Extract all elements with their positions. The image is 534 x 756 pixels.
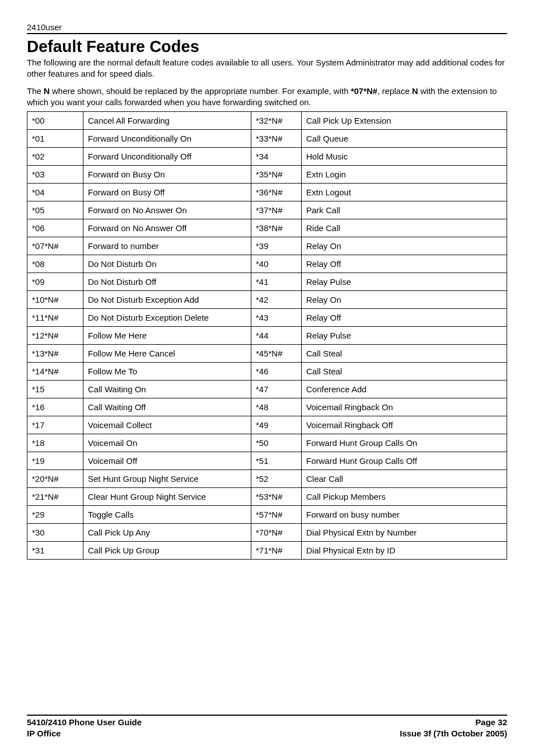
code-left: *31	[27, 542, 83, 560]
desc-right: Voicemail Ringback On	[302, 398, 507, 416]
table-row: *07*N#Forward to number*39Relay On	[27, 237, 507, 255]
desc-left: Do Not Disturb On	[83, 255, 251, 273]
footer-rule	[27, 715, 507, 716]
desc-left: Forward on No Answer On	[83, 201, 251, 219]
desc-right: Relay On	[302, 237, 507, 255]
table-row: *12*N#Follow Me Here*44Relay Pulse	[27, 327, 507, 345]
code-left: *18	[27, 434, 83, 452]
desc-left: Do Not Disturb Off	[83, 273, 251, 291]
table-row: *16Call Waiting Off*48Voicemail Ringback…	[27, 398, 507, 416]
desc-left: Forward on Busy On	[83, 166, 251, 184]
desc-left: Forward on Busy Off	[83, 184, 251, 201]
table-row: *20*N#Set Hunt Group Night Service*52Cle…	[27, 470, 507, 488]
table-row: *05Forward on No Answer On*37*N#Park Cal…	[27, 201, 507, 219]
desc-right: Call Pick Up Extension	[302, 112, 507, 130]
code-left: *17	[27, 416, 83, 434]
desc-right: Relay On	[302, 291, 507, 309]
table-row: *30Call Pick Up Any*70*N#Dial Physical E…	[27, 524, 507, 542]
intro2-bold-n1: N	[44, 86, 50, 96]
footer-left-1: 5410/2410 Phone User Guide	[27, 717, 142, 728]
code-left: *16	[27, 398, 83, 416]
intro2-bold-n2: N	[412, 86, 418, 96]
desc-right: Call Pickup Members	[302, 488, 507, 506]
desc-left: Follow Me To	[83, 363, 251, 381]
code-right: *43	[251, 309, 302, 327]
code-left: *04	[27, 184, 83, 201]
footer-right-2: Issue 3f (7th October 2005)	[400, 728, 507, 739]
desc-right: Forward Hunt Group Calls On	[302, 434, 507, 452]
code-left: *14*N#	[27, 363, 83, 381]
desc-left: Toggle Calls	[83, 506, 251, 524]
desc-right: Relay Off	[302, 309, 507, 327]
table-row: *14*N#Follow Me To*46Call Steal	[27, 363, 507, 381]
code-left: *00	[27, 112, 83, 130]
desc-left: Call Waiting Off	[83, 398, 251, 416]
code-right: *35*N#	[251, 166, 302, 184]
desc-right: Relay Pulse	[302, 273, 507, 291]
table-row: *21*N#Clear Hunt Group Night Service*53*…	[27, 488, 507, 506]
code-right: *34	[251, 148, 302, 166]
header-doc-id: 2410user	[27, 22, 507, 33]
code-right: *47	[251, 381, 302, 398]
code-right: *41	[251, 273, 302, 291]
code-right: *51	[251, 452, 302, 470]
code-left: *15	[27, 381, 83, 398]
table-row: *17Voicemail Collect*49Voicemail Ringbac…	[27, 416, 507, 434]
intro2-text3: , replace	[377, 86, 412, 96]
code-left: *19	[27, 452, 83, 470]
desc-left: Forward Unconditionally Off	[83, 148, 251, 166]
code-left: *07*N#	[27, 237, 83, 255]
footer-right-1: Page 32	[475, 717, 507, 728]
code-right: *57*N#	[251, 506, 302, 524]
table-row: *10*N#Do Not Disturb Exception Add*42Rel…	[27, 291, 507, 309]
desc-left: Call Waiting On	[83, 381, 251, 398]
code-left: *13*N#	[27, 345, 83, 363]
desc-left: Follow Me Here	[83, 327, 251, 345]
table-row: *18Voicemail On*50Forward Hunt Group Cal…	[27, 434, 507, 452]
table-row: *04Forward on Busy Off*36*N#Extn Logout	[27, 184, 507, 201]
desc-right: Voicemail Ringback Off	[302, 416, 507, 434]
code-left: *11*N#	[27, 309, 83, 327]
desc-left: Forward on No Answer Off	[83, 219, 251, 237]
desc-left: Call Pick Up Group	[83, 542, 251, 560]
code-left: *09	[27, 273, 83, 291]
intro-paragraph-1: The following are the normal default fea…	[27, 57, 507, 80]
desc-right: Relay Pulse	[302, 327, 507, 345]
code-right: *52	[251, 470, 302, 488]
table-row: *31Call Pick Up Group*71*N#Dial Physical…	[27, 542, 507, 560]
desc-left: Cancel All Forwarding	[83, 112, 251, 130]
table-row: *11*N#Do Not Disturb Exception Delete*43…	[27, 309, 507, 327]
intro2-text2: where shown, should be replaced by the a…	[50, 86, 351, 96]
code-left: *29	[27, 506, 83, 524]
desc-right: Call Steal	[302, 345, 507, 363]
footer-left-2: IP Office	[27, 728, 61, 739]
code-left: *03	[27, 166, 83, 184]
desc-left: Do Not Disturb Exception Delete	[83, 309, 251, 327]
desc-right: Extn Logout	[302, 184, 507, 201]
code-left: *21*N#	[27, 488, 83, 506]
code-right: *71*N#	[251, 542, 302, 560]
code-left: *05	[27, 201, 83, 219]
desc-right: Dial Physical Extn by Number	[302, 524, 507, 542]
code-right: *49	[251, 416, 302, 434]
code-left: *02	[27, 148, 83, 166]
table-row: *00Cancel All Forwarding*32*N#Call Pick …	[27, 112, 507, 130]
desc-right: Forward on busy number	[302, 506, 507, 524]
desc-left: Voicemail Collect	[83, 416, 251, 434]
code-right: *46	[251, 363, 302, 381]
desc-right: Ride Call	[302, 219, 507, 237]
table-row: *08Do Not Disturb On*40Relay Off	[27, 255, 507, 273]
table-row: *06Forward on No Answer Off*38*N#Ride Ca…	[27, 219, 507, 237]
code-right: *53*N#	[251, 488, 302, 506]
desc-right: Dial Physical Extn by ID	[302, 542, 507, 560]
desc-left: Do Not Disturb Exception Add	[83, 291, 251, 309]
desc-left: Forward to number	[83, 237, 251, 255]
desc-left: Call Pick Up Any	[83, 524, 251, 542]
code-left: *01	[27, 130, 83, 148]
desc-left: Voicemail Off	[83, 452, 251, 470]
code-right: *37*N#	[251, 201, 302, 219]
table-row: *19Voicemail Off*51Forward Hunt Group Ca…	[27, 452, 507, 470]
desc-right: Park Call	[302, 201, 507, 219]
table-row: *02Forward Unconditionally Off*34Hold Mu…	[27, 148, 507, 166]
desc-right: Call Steal	[302, 363, 507, 381]
